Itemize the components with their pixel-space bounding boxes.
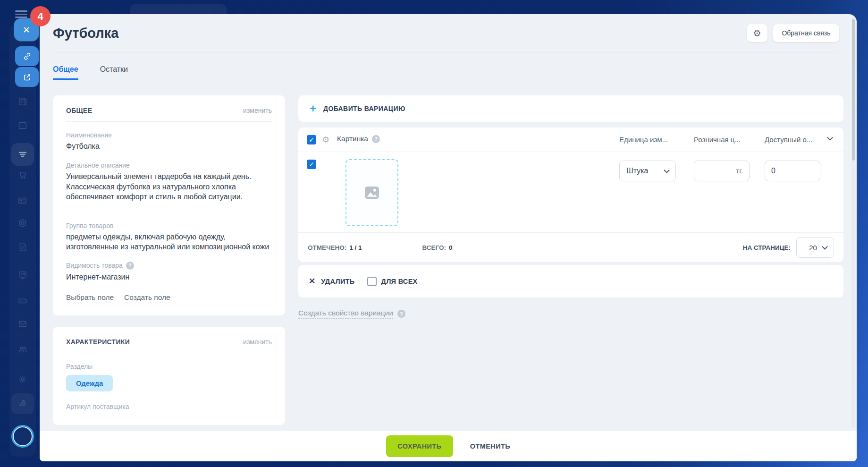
per-page-select[interactable]: 20 (796, 237, 834, 258)
tab-general[interactable]: Общее (53, 65, 78, 80)
calendar-icon[interactable] (17, 119, 29, 131)
select-field-link[interactable]: Выбрать поле (66, 293, 114, 303)
add-variation-button[interactable]: + ДОБАВИТЬ ВАРИАЦИЮ (298, 95, 843, 122)
selected-count-value: 1 / 1 (349, 244, 362, 251)
scrollbar-thumb[interactable] (852, 19, 855, 161)
variation-row: ✓ Штука тг. (298, 152, 843, 233)
row-checkbox[interactable]: ✓ (307, 160, 316, 169)
image-placeholder-icon (362, 183, 382, 203)
retail-price-column-header: Розничная ц... (694, 136, 741, 144)
settings-icon[interactable] (17, 373, 29, 385)
create-variation-property: Создать свойство вариации ? (298, 309, 843, 319)
general-card: ОБЩЕЕ изменить Наименование Футболка Дет… (53, 95, 285, 315)
name-field-label: Наименование (66, 131, 272, 139)
characteristics-card-title: ХАРАКТЕРИСТИКИ (66, 338, 130, 346)
available-column-header: Доступный о... (765, 136, 812, 144)
unit-select[interactable]: Штука (619, 161, 676, 181)
chevron-down-icon[interactable] (827, 135, 833, 141)
picture-column-header: Картинка ? (337, 135, 380, 143)
divider (66, 353, 272, 353)
total-count-value: 0 (449, 244, 453, 251)
table-header-row: ✓ ⚙ Картинка ? Единица изм... Розничная … (298, 127, 843, 152)
notification-badge: 4 (30, 6, 51, 26)
id-card-icon[interactable] (17, 195, 29, 207)
feedback-button[interactable]: Обратная связь (773, 24, 839, 42)
help-icon[interactable]: ? (126, 262, 134, 270)
section-tag[interactable]: Одежда (66, 375, 113, 391)
tab-stock[interactable]: Остатки (100, 65, 128, 80)
document-icon[interactable] (17, 241, 29, 253)
per-page-label: НА СТРАНИЦЕ: (743, 244, 791, 251)
menu-icon[interactable] (15, 8, 27, 20)
gear-icon: ⚙ (753, 28, 761, 39)
bulk-actions-card: ✕ УДАЛИТЬ ДЛЯ ВСЕХ (298, 265, 843, 297)
header-divider (53, 52, 838, 52)
divider (66, 121, 272, 122)
check-icon: ✓ (309, 136, 314, 144)
close-icon: ✕ (23, 25, 30, 35)
hexagon-icon[interactable] (17, 217, 29, 229)
vertical-scrollbar[interactable] (851, 17, 855, 428)
currency-suffix[interactable]: тг. (736, 167, 743, 175)
external-link-icon (23, 73, 32, 82)
characteristics-edit-link[interactable]: изменить (243, 338, 272, 346)
users-icon[interactable] (17, 343, 29, 356)
chevron-down-icon (822, 244, 828, 250)
visibility-field-label: Видимость товара ? (66, 262, 272, 270)
for-all-checkbox[interactable] (367, 277, 377, 286)
description-field-value: Универсальный элемент гардероба на кажды… (66, 171, 272, 202)
variations-table: ✓ ⚙ Картинка ? Единица изм... Розничная … (298, 127, 843, 262)
select-all-checkbox[interactable]: ✓ (307, 135, 316, 144)
delete-button[interactable]: ✕ УДАЛИТЬ (309, 276, 355, 286)
variations-column: + ДОБАВИТЬ ВАРИАЦИЮ ✓ ⚙ Картинка ? Едини… (298, 95, 843, 319)
page-settings-button[interactable]: ⚙ (747, 24, 767, 42)
delete-icon: ✕ (309, 276, 315, 286)
available-stock-input[interactable] (771, 167, 814, 175)
news-icon[interactable] (17, 95, 29, 108)
app-screen: ✕ 4 Футболка ⚙ Обратная связь Общее Оста… (0, 0, 868, 467)
user-avatar[interactable] (13, 426, 33, 446)
visibility-field-value: Интернет-магазин (66, 272, 272, 282)
presentation-icon[interactable] (17, 269, 29, 281)
general-card-title: ОБЩЕЕ (66, 107, 92, 114)
retail-price-input[interactable] (700, 167, 736, 175)
general-edit-link[interactable]: изменить (243, 107, 272, 114)
cash-register-icon[interactable] (17, 295, 29, 307)
for-all-option: ДЛЯ ВСЕХ (367, 277, 418, 286)
rocket-icon[interactable] (11, 393, 34, 414)
characteristics-card: ХАРАКТЕРИСТИКИ изменить Разделы Одежда А… (53, 327, 285, 425)
check-icon: ✓ (309, 161, 314, 168)
main-panel: Футболка ⚙ Обратная связь Общее Остатки … (40, 14, 857, 461)
create-field-link[interactable]: Создать поле (124, 293, 170, 303)
available-stock-field (765, 161, 820, 181)
save-button[interactable]: СОХРАНИТЬ (386, 435, 453, 457)
cart-icon[interactable] (17, 169, 29, 181)
tab-bar: Общее Остатки (53, 65, 128, 80)
chevron-down-icon (664, 167, 670, 173)
copy-link-button[interactable] (15, 46, 39, 66)
plus-icon: + (310, 103, 316, 114)
link-icon (23, 52, 32, 61)
selected-count-label: ОТМЕЧЕНО: (308, 244, 346, 251)
vendor-code-label: Артикул поставщика (66, 403, 272, 410)
product-info-column: ОБЩЕЕ изменить Наименование Футболка Дет… (53, 95, 285, 425)
open-external-button[interactable] (15, 67, 39, 87)
total-count-label: ВСЕГО: (422, 244, 446, 251)
page-title: Футболка (53, 25, 118, 41)
cancel-button[interactable]: ОТМЕНИТЬ (470, 442, 510, 450)
help-icon[interactable]: ? (397, 310, 405, 318)
mail-icon[interactable] (17, 318, 29, 330)
retail-price-field: тг. (694, 161, 750, 181)
bottom-action-bar: СОХРАНИТЬ ОТМЕНИТЬ (40, 431, 857, 461)
sidebar-item-filter-active[interactable] (11, 143, 34, 166)
create-property-link[interactable]: Создать свойство вариации (298, 309, 393, 319)
columns-settings-icon[interactable]: ⚙ (322, 135, 329, 145)
description-field-label: Детальное описание (66, 161, 272, 169)
help-icon[interactable]: ? (372, 135, 380, 143)
unit-column-header: Единица изм... (619, 136, 668, 144)
sections-label: Разделы (66, 363, 272, 370)
table-footer: ОТМЕЧЕНО: 1 / 1 ВСЕГО: 0 НА СТРАНИЦЕ: 20 (298, 233, 843, 262)
group-field-label: Группа товаров (66, 222, 272, 229)
group-field-value: предметы одежды, включая рабочую одежду,… (66, 232, 272, 252)
image-upload-dropzone[interactable] (346, 159, 398, 226)
